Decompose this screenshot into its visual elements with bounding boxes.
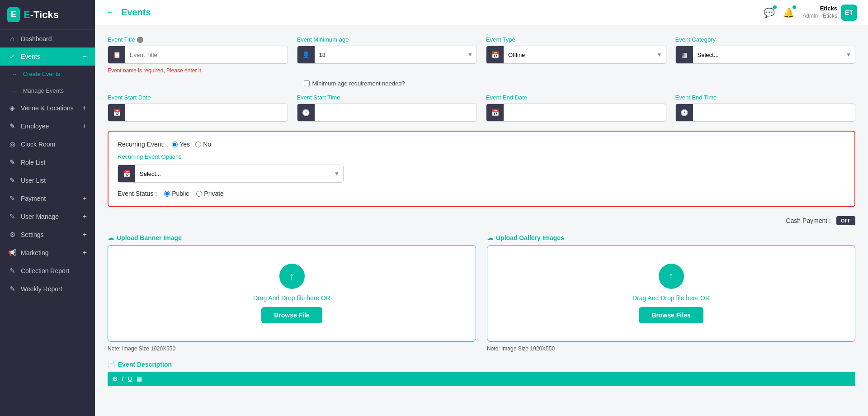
upload-banner-box[interactable]: ↑ Drag And Drop file here OR Browse File — [108, 245, 476, 342]
calendar-icon: 📅 — [486, 104, 504, 121]
sidebar-item-manage-events[interactable]: -- Manage Events — [0, 82, 95, 99]
sidebar-item-label: Manage Events — [23, 87, 64, 94]
sidebar-item-user-manage[interactable]: ✎ User Manage + — [0, 208, 95, 226]
cash-payment-label: Cash Payment : — [786, 217, 831, 224]
page-title: Events — [121, 7, 151, 18]
upload-gallery-box[interactable]: ↑ Drag And Drop file here OR Browse File… — [487, 245, 855, 342]
sidebar-item-venue-locations[interactable]: ◈ Venue & Locations + — [0, 99, 95, 117]
event-start-time-wrapper: 🕐 — [297, 104, 477, 122]
plus-icon: + — [83, 231, 87, 239]
dash-icon: -- — [13, 71, 17, 77]
sidebar-item-user-list[interactable]: ✎ User List — [0, 171, 95, 189]
min-age-checkbox-label[interactable]: Minimum age requirement needed? — [304, 80, 405, 87]
weekly-icon: ✎ — [8, 285, 16, 293]
clock-icon: 🕐 — [676, 104, 693, 121]
event-type-select[interactable]: Offline Online — [504, 48, 653, 62]
content-area: Event Title i 📋 Event name is required, … — [95, 25, 868, 416]
sidebar-item-create-events[interactable]: -- Create Events — [0, 66, 95, 82]
back-button[interactable]: ← — [106, 8, 114, 17]
cash-payment-row: Cash Payment : OFF — [108, 216, 855, 225]
recurring-options-select[interactable]: Select... — [135, 167, 330, 181]
event-end-date-input[interactable] — [504, 106, 666, 120]
event-category-select[interactable]: Select... — [693, 48, 843, 62]
minus-icon: − — [83, 52, 87, 61]
event-status-label: Event Status : — [118, 190, 157, 197]
sidebar-item-settings[interactable]: ⚙ Settings + — [0, 226, 95, 244]
sidebar-item-role-list[interactable]: ✎ Role List — [0, 153, 95, 171]
recurring-no-radio[interactable] — [195, 142, 201, 147]
sidebar-item-marketing[interactable]: 📢 Marketing + — [0, 244, 95, 262]
upload-icon: ☁ — [108, 234, 114, 241]
sidebar-item-label: User List — [21, 177, 46, 184]
collection-icon: ✎ — [8, 267, 16, 275]
chevron-down-icon: ▼ — [464, 52, 476, 58]
browse-file-button[interactable]: Browse File — [261, 307, 322, 323]
sidebar-item-events[interactable]: ✓ Events − — [0, 47, 95, 66]
user-manage-icon: ✎ — [8, 213, 16, 221]
status-private-radio[interactable] — [196, 191, 202, 197]
recurring-row: Recurring Event: Yes No — [118, 141, 845, 148]
avatar[interactable]: ET — [841, 5, 857, 21]
recurring-event-box: Recurring Event: Yes No Recurring Event … — [108, 131, 855, 207]
plus-icon: + — [83, 104, 87, 112]
event-start-date-input[interactable] — [125, 106, 288, 120]
chevron-down-icon: ▼ — [653, 52, 666, 58]
sidebar-item-dashboard[interactable]: ⌂ Dashboard — [0, 30, 95, 47]
sidebar-item-employee[interactable]: ✎ Employee + — [0, 117, 95, 135]
recurring-no-option[interactable]: No — [195, 141, 211, 148]
sidebar-item-label: Role List — [21, 159, 45, 166]
home-icon: ⌂ — [8, 35, 16, 43]
event-start-time-label: Event Start Time — [297, 94, 477, 101]
event-start-date-group: Event Start Date 📅 — [108, 94, 288, 122]
sidebar-item-collection-report[interactable]: ✎ Collection Report — [0, 262, 95, 280]
event-start-date-wrapper: 📅 — [108, 104, 288, 122]
recurring-yes-radio[interactable] — [172, 142, 178, 147]
bell-badge — [793, 5, 796, 9]
event-end-time-group: Event End Time 🕐 — [675, 94, 856, 122]
bell-icon[interactable]: 🔔 — [783, 7, 794, 18]
chat-icon[interactable]: 💬 — [764, 7, 775, 18]
recurring-yes-option[interactable]: Yes — [172, 141, 190, 148]
status-public-option[interactable]: Public — [164, 190, 189, 197]
recurring-options-title[interactable]: Recurring Event Options — [118, 153, 845, 160]
cash-payment-toggle[interactable]: OFF — [836, 216, 855, 225]
event-end-time-input[interactable] — [693, 106, 855, 120]
event-start-time-input[interactable] — [315, 106, 477, 120]
form-row-2: Event Start Date 📅 Event Start Time 🕐 Ev… — [108, 94, 855, 122]
italic-button[interactable]: I — [122, 375, 123, 382]
logo-text: E-Ticks — [24, 9, 59, 21]
sidebar-item-label: Create Events — [23, 71, 60, 77]
upload-gallery-section: ☁ Upload Gallery Images ↑ Drag And Drop … — [487, 234, 855, 352]
status-private-option[interactable]: Private — [196, 190, 224, 197]
underline-button[interactable]: U — [128, 375, 132, 382]
browse-files-button[interactable]: Browse Files — [639, 307, 703, 323]
sidebar-item-payment[interactable]: ✎ Payment + — [0, 189, 95, 208]
plus-icon: + — [83, 213, 87, 221]
sidebar-item-clock-room[interactable]: ◎ Clock Room — [0, 135, 95, 153]
plus-icon: + — [83, 194, 87, 203]
upload-icon: ☁ — [487, 234, 493, 241]
drag-drop-text: Drag And Drop file here OR — [253, 294, 330, 302]
recurring-label: Recurring Event: — [118, 141, 165, 148]
min-age-checkbox[interactable] — [304, 80, 310, 86]
sidebar-item-label: Employee — [21, 123, 49, 130]
venue-icon: ◈ — [8, 104, 16, 112]
event-end-time-wrapper: 🕐 — [675, 104, 856, 122]
sidebar-item-label: Clock Room — [21, 141, 55, 148]
main-area: ← Events 💬 🔔 Eticks Admin - Eticks ET — [95, 0, 868, 416]
event-end-date-wrapper: 📅 — [486, 104, 666, 122]
payment-icon: ✎ — [8, 194, 16, 203]
status-public-radio[interactable] — [164, 191, 170, 197]
event-end-date-label: Event End Date — [486, 94, 666, 101]
bold-button[interactable]: B — [113, 375, 117, 382]
clock-icon: 🕐 — [297, 104, 315, 121]
gallery-upload-note: Note: Image Size 1920X550 — [487, 345, 855, 352]
event-title-input[interactable] — [125, 48, 288, 62]
event-min-age-select[interactable]: 18 21 — [315, 48, 464, 62]
info-icon[interactable]: i — [137, 37, 143, 43]
more-tools-icon: ▦ — [137, 375, 142, 382]
sidebar-item-label: Venue & Locations — [21, 104, 74, 112]
sidebar-item-weekly-report[interactable]: ✎ Weekly Report — [0, 280, 95, 298]
user-info: Eticks Admin - Eticks ET — [802, 5, 857, 21]
marketing-icon: 📢 — [8, 249, 16, 257]
